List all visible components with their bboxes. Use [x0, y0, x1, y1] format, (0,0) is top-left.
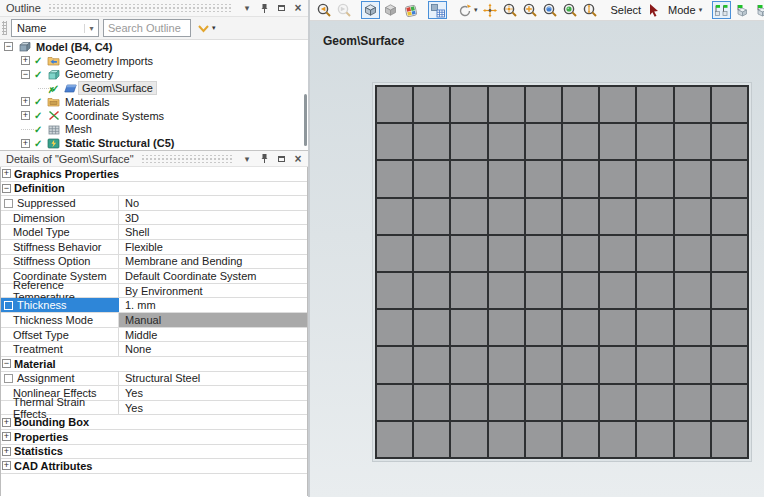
mesh-cell [712, 87, 747, 122]
expand-icon[interactable]: + [21, 56, 30, 65]
section-label[interactable]: Properties [12, 430, 307, 444]
section-label[interactable]: Material [12, 357, 307, 371]
rotate-icon[interactable] [455, 1, 474, 19]
float-window-icon[interactable] [274, 152, 288, 165]
select-cursor-icon[interactable] [645, 1, 664, 19]
tree-item-static-structural-c5[interactable]: +✓Static Structural (C5) [0, 136, 308, 150]
property-label[interactable]: Suppressed [1, 196, 119, 210]
chevron-down-icon[interactable]: ▾ [474, 6, 478, 14]
expand-icon[interactable]: + [21, 111, 30, 120]
zoom-next-icon[interactable] [334, 1, 353, 19]
mesh-cell [414, 236, 449, 271]
details-section-graphics-properties: +Graphics Properties [1, 167, 307, 182]
close-icon[interactable]: × [291, 2, 305, 15]
property-value[interactable]: Yes [119, 401, 307, 415]
viewport[interactable]: Geom\Surface [310, 21, 764, 497]
tree-item-mesh[interactable]: ✓Mesh [0, 123, 308, 137]
property-value[interactable]: Middle [119, 328, 307, 342]
edge-select-icon[interactable] [732, 1, 751, 19]
property-value[interactable]: 1. mm [119, 298, 307, 312]
property-label[interactable]: Stiffness Option [1, 255, 119, 269]
panel-menu-caret-icon[interactable]: ▾ [240, 2, 254, 15]
property-label[interactable]: Offset Type [1, 328, 119, 342]
tree-item-geom-surface[interactable]: ✓✗Geom\Surface [0, 81, 308, 95]
box-zoom-icon[interactable] [521, 1, 540, 19]
toolbar-grip[interactable] [2, 21, 7, 35]
mesh-cell [675, 273, 710, 308]
property-label[interactable]: Dimension [1, 211, 119, 225]
expand-icon[interactable]: + [2, 418, 11, 427]
tree-item-model-b4-c4[interactable]: −Model (B4, C4) [0, 40, 308, 54]
property-label[interactable]: Thickness [1, 298, 119, 312]
section-label[interactable]: Bounding Box [12, 415, 307, 429]
expand-icon[interactable]: + [2, 169, 11, 178]
shaded-exterior-icon[interactable] [381, 1, 400, 19]
property-value[interactable]: No [119, 196, 307, 210]
property-value[interactable]: Structural Steel [119, 372, 307, 386]
zoom-in-icon[interactable] [501, 1, 520, 19]
checkbox[interactable] [4, 374, 13, 383]
property-value[interactable]: By Environment [119, 284, 307, 298]
checkbox[interactable] [4, 199, 13, 208]
search-expand-button[interactable]: ▾ [195, 23, 218, 34]
property-value[interactable]: Shell [119, 225, 307, 239]
property-label[interactable]: Treatment [1, 342, 119, 356]
section-label[interactable]: Statistics [12, 445, 307, 459]
collapse-icon[interactable]: − [2, 184, 11, 193]
element-colors-icon[interactable] [401, 1, 420, 19]
tree-item-coordinate-systems[interactable]: +✓Coordinate Systems [0, 109, 308, 123]
mode-label[interactable]: Mode [665, 4, 699, 16]
property-label[interactable]: Thickness Mode [1, 313, 119, 327]
expand-icon[interactable]: + [21, 97, 30, 106]
expand-icon[interactable]: + [2, 461, 11, 470]
select-label[interactable]: Select [608, 4, 645, 16]
mesh-cell [600, 347, 635, 382]
property-value[interactable]: None [119, 342, 307, 356]
section-label[interactable]: Definition [12, 182, 307, 196]
property-label[interactable]: Stiffness Behavior [1, 240, 119, 254]
tree-item-materials[interactable]: +✓Materials [0, 95, 308, 109]
expand-icon[interactable]: + [21, 139, 30, 148]
magnifier-window-icon[interactable] [561, 1, 580, 19]
zoom-previous-icon[interactable] [314, 1, 333, 19]
mesh-cell [526, 310, 561, 345]
property-value[interactable]: Manual [119, 313, 307, 327]
tree-item-geometry-imports[interactable]: +✓Geometry Imports [0, 54, 308, 68]
float-window-icon[interactable] [274, 2, 288, 15]
property-value[interactable]: 3D [119, 211, 307, 225]
property-value[interactable]: Default Coordinate System [119, 269, 307, 283]
property-label[interactable]: Model Type [1, 225, 119, 239]
pin-icon[interactable] [257, 2, 271, 15]
chevron-down-icon[interactable]: ▾ [699, 6, 703, 14]
tree-connector [21, 129, 34, 130]
shaded-exterior-edges-icon[interactable] [361, 1, 380, 19]
property-value[interactable]: Yes [119, 386, 307, 400]
property-label[interactable]: Assignment [1, 372, 119, 386]
property-label[interactable]: Reference Temperature [1, 284, 119, 298]
property-label[interactable]: Thermal Strain Effects [1, 401, 119, 415]
property-value[interactable]: Flexible [119, 240, 307, 254]
collapse-icon[interactable]: − [2, 359, 11, 368]
collapse-icon[interactable]: − [4, 42, 13, 51]
zoom-fit-icon[interactable] [541, 1, 560, 19]
expand-icon[interactable]: + [2, 432, 11, 441]
face-select-icon[interactable] [752, 1, 764, 19]
details-row-stiffness-option: Stiffness OptionMembrane and Bending [1, 255, 307, 270]
outline-scrollbar[interactable] [304, 94, 307, 146]
checkbox[interactable] [4, 301, 13, 310]
close-icon[interactable]: × [291, 152, 305, 165]
pin-icon[interactable] [257, 152, 271, 165]
collapse-icon[interactable]: − [21, 70, 30, 79]
search-input[interactable] [103, 19, 191, 37]
zoom-height-icon[interactable] [581, 1, 600, 19]
vertex-select-icon[interactable] [712, 1, 731, 19]
panel-menu-caret-icon[interactable]: ▾ [240, 152, 254, 165]
section-label[interactable]: Graphics Properties [12, 167, 307, 181]
pan-icon[interactable] [481, 1, 500, 19]
property-value[interactable]: Membrane and Bending [119, 255, 307, 269]
section-label[interactable]: CAD Attributes [12, 459, 307, 473]
expand-icon[interactable]: + [2, 447, 11, 456]
show-mesh-icon[interactable] [428, 1, 447, 19]
tree-item-geometry[interactable]: −✓Geometry [0, 68, 308, 82]
filter-type-dropdown[interactable]: Name ▾ [11, 19, 99, 37]
